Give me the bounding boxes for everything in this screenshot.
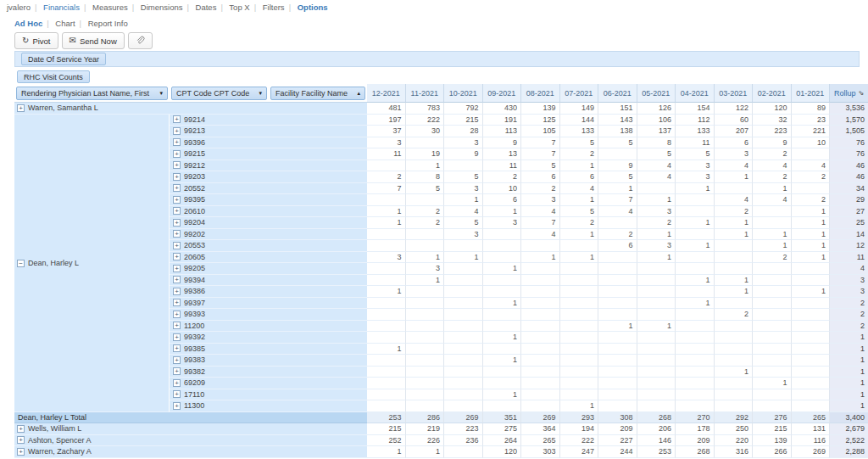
month-column-header[interactable]: 03-2021 (715, 84, 754, 103)
month-column-header[interactable]: 08-2021 (521, 84, 560, 103)
cpt-row-cell[interactable]: +20605 (170, 252, 367, 264)
month-column-header[interactable]: 02-2021 (753, 84, 792, 103)
cpt-row-cell[interactable]: +17110 (170, 389, 367, 401)
nav-financials[interactable]: Financials (43, 3, 80, 12)
cpt-row-cell[interactable]: +99383 (170, 355, 367, 367)
expand-icon[interactable]: + (173, 242, 181, 249)
nav-dates[interactable]: Dates (196, 3, 217, 12)
nav-options[interactable]: Options (298, 3, 328, 12)
nav-filters[interactable]: Filters (263, 3, 285, 12)
month-column-header[interactable]: 04-2021 (676, 84, 715, 103)
expand-icon[interactable]: + (173, 253, 181, 260)
expand-icon[interactable]: + (173, 127, 181, 135)
cpt-row-cell[interactable]: +99385 (170, 344, 367, 355)
cpt-row-cell[interactable]: +99205 (170, 263, 367, 275)
physician-row-cell[interactable]: +Wells, William L (14, 423, 367, 435)
value-cell (560, 344, 599, 355)
expand-icon[interactable]: + (173, 344, 181, 352)
value-cell (521, 332, 560, 344)
nav-top-x[interactable]: Top X (229, 3, 249, 12)
expand-icon[interactable]: + (173, 161, 181, 169)
expand-icon[interactable]: + (173, 173, 181, 181)
cpt-row-cell[interactable]: +11200 (170, 321, 367, 333)
expand-icon[interactable]: + (17, 436, 25, 444)
month-column-header[interactable]: 01-2021 (792, 84, 831, 103)
nav-dimensions[interactable]: Dimensions (141, 3, 183, 12)
pivot-button[interactable]: ↻ Pivot (14, 32, 58, 49)
cpt-row-cell[interactable]: +99396 (170, 137, 367, 149)
value-cell: 4 (560, 183, 599, 195)
cpt-row-cell[interactable]: +11300 (170, 400, 367, 412)
tab-report-info[interactable]: Report Info (88, 19, 128, 28)
expand-icon[interactable]: + (17, 104, 25, 112)
expand-icon[interactable]: + (173, 379, 181, 387)
tab-ad-hoc[interactable]: Ad Hoc (14, 19, 42, 28)
expand-icon[interactable]: + (173, 333, 181, 341)
expand-icon[interactable]: + (173, 196, 181, 204)
physician-row-cell[interactable]: +Warren, Zachary A (14, 446, 367, 458)
expand-icon[interactable]: + (173, 138, 181, 146)
field-header-facility[interactable]: Facility Facility Name▴ (270, 87, 365, 100)
physician-row-cell[interactable]: +Ashton, Spencer A (14, 435, 367, 447)
cpt-row-cell[interactable]: +99214 (170, 115, 367, 126)
expand-icon[interactable]: + (173, 184, 181, 192)
field-header-physician[interactable]: Rendering Physician Last Name, First▾ (16, 87, 168, 100)
value-cell: 3 (444, 229, 483, 241)
expand-icon[interactable]: + (173, 288, 181, 295)
nav-measures[interactable]: Measures (92, 3, 128, 12)
cpt-row-cell[interactable]: +99202 (170, 229, 367, 241)
cpt-row-cell[interactable]: +99382 (170, 367, 367, 378)
expand-icon[interactable]: + (173, 356, 181, 364)
collapse-icon[interactable]: − (17, 260, 25, 267)
cpt-row-cell[interactable]: +99212 (170, 160, 367, 172)
expand-icon[interactable]: + (173, 402, 181, 410)
expand-icon[interactable]: + (173, 299, 181, 306)
value-cell: 9 (598, 160, 637, 172)
rhc-visit-counts-field[interactable]: RHC Visit Counts (17, 70, 90, 83)
expand-icon[interactable]: + (173, 367, 181, 375)
cpt-row-cell[interactable]: +99215 (170, 148, 367, 160)
cpt-row-cell[interactable]: +99393 (170, 309, 367, 321)
cpt-row-cell[interactable]: +99204 (170, 217, 367, 229)
cpt-row-cell[interactable]: +20610 (170, 206, 367, 218)
cpt-row-cell[interactable]: +69209 (170, 378, 367, 389)
nav-jvalero[interactable]: jvalero (7, 3, 31, 12)
cpt-row-cell[interactable]: +99392 (170, 332, 367, 344)
cpt-row-cell[interactable]: +99213 (170, 126, 367, 137)
expand-icon[interactable]: + (17, 425, 25, 433)
rollup-column-header[interactable]: Rollup⇘ (830, 84, 868, 103)
month-column-header[interactable]: 07-2021 (560, 84, 599, 103)
expand-icon[interactable]: + (17, 448, 25, 456)
cpt-row-cell[interactable]: +99203 (170, 171, 367, 183)
expand-icon[interactable]: + (173, 115, 181, 123)
cpt-row-cell[interactable]: +20552 (170, 183, 367, 195)
cpt-code-label: 99392 (184, 333, 205, 341)
cpt-row-cell[interactable]: +99395 (170, 194, 367, 206)
expand-icon[interactable]: + (173, 390, 181, 398)
expand-icon[interactable]: + (173, 150, 181, 158)
expand-icon[interactable]: + (173, 207, 181, 215)
cpt-row-cell[interactable]: +99394 (170, 275, 367, 287)
physician-row-cell[interactable]: +Warren, Samantha L (14, 103, 367, 115)
expand-icon[interactable]: + (173, 311, 181, 318)
expand-icon[interactable]: + (173, 322, 181, 329)
month-column-header[interactable]: 10-2021 (444, 84, 483, 103)
month-column-header[interactable]: 12-2021 (367, 84, 406, 103)
expand-icon[interactable]: + (173, 219, 181, 227)
month-column-header[interactable]: 06-2021 (598, 84, 637, 103)
month-column-header[interactable]: 09-2021 (483, 84, 522, 103)
month-column-header[interactable]: 05-2021 (637, 84, 676, 103)
attachment-button[interactable] (128, 32, 153, 49)
value-cell: 2 (753, 148, 792, 160)
expand-icon[interactable]: + (173, 265, 181, 272)
send-now-button[interactable]: ✉ Send Now (62, 32, 125, 49)
cpt-row-cell[interactable]: +20553 (170, 240, 367, 252)
tab-chart[interactable]: Chart (55, 19, 75, 28)
cpt-row-cell[interactable]: +99397 (170, 298, 367, 310)
expand-icon[interactable]: + (173, 276, 181, 283)
date-of-service-year-field[interactable]: Date Of Service Year (21, 53, 106, 65)
expand-icon[interactable]: + (173, 230, 181, 238)
field-header-cpt-code[interactable]: CPT Code CPT Code▾ (171, 87, 267, 100)
cpt-row-cell[interactable]: +99386 (170, 286, 367, 298)
month-column-header[interactable]: 11-2021 (406, 84, 445, 103)
